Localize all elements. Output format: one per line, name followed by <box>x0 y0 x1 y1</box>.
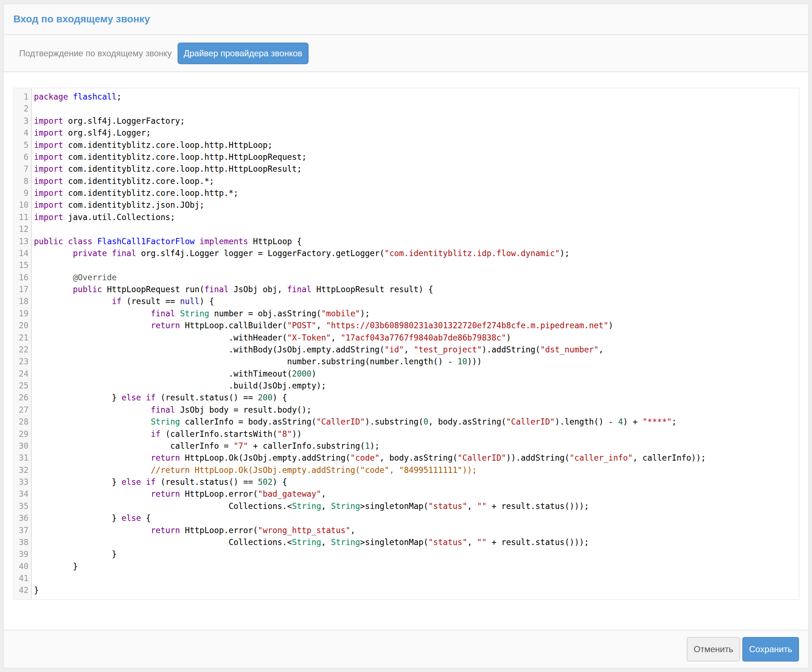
line-number: 18 <box>14 295 29 307</box>
code-editor[interactable]: 1234567891011121314151617181920212223242… <box>13 88 799 600</box>
line-number: 10 <box>14 199 29 211</box>
panel-header: Вход по входящему звонку <box>3 4 809 35</box>
line-number: 42 <box>14 584 29 596</box>
line-number: 3 <box>14 115 29 127</box>
line-number: 41 <box>14 572 29 584</box>
save-button[interactable]: Сохранить <box>742 637 799 662</box>
line-number: 22 <box>14 344 29 356</box>
line-number: 7 <box>14 163 29 175</box>
code-line: if (result == null) { <box>34 295 797 307</box>
code-line: final JsObj body = result.body(); <box>34 404 797 416</box>
line-number: 27 <box>14 404 29 416</box>
line-number: 17 <box>14 284 29 295</box>
line-number: 4 <box>14 127 29 139</box>
code-line: public class FlashCall1FactorFlow implem… <box>34 236 797 247</box>
code-line: if (callerInfo.startsWith("8")) <box>34 428 797 440</box>
panel: Вход по входящему звонку Подтверждение п… <box>3 3 809 669</box>
code-line: import com.identityblitz.core.loop.*; <box>34 175 797 187</box>
code-line: return HttpLoop.callBuilder("POST", "htt… <box>34 320 797 332</box>
line-number: 12 <box>14 223 29 235</box>
line-number: 32 <box>14 464 29 476</box>
code-line: public HttpLoopRequest run(final JsObj o… <box>34 284 797 295</box>
line-number: 30 <box>14 440 29 452</box>
code-line: @Override <box>34 272 797 284</box>
line-number: 5 <box>14 139 29 151</box>
line-number: 19 <box>14 308 29 320</box>
code-line: return HttpLoop.Ok(JsObj.empty.addString… <box>34 452 797 464</box>
line-number: 28 <box>14 416 29 428</box>
line-number: 13 <box>14 236 29 247</box>
code-line: return HttpLoop.error("bad_gateway", <box>34 488 797 500</box>
code-line: } else if (result.status() == 200) { <box>34 392 797 404</box>
code-line: import com.identityblitz.core.loop.http.… <box>34 187 797 199</box>
line-number: 25 <box>14 380 29 392</box>
line-number: 34 <box>14 488 29 500</box>
line-number-gutter: 1234567891011121314151617181920212223242… <box>14 88 32 599</box>
code-line <box>34 223 797 235</box>
code-line: return HttpLoop.error("wrong_http_status… <box>34 524 797 536</box>
cancel-button[interactable]: Отменить <box>687 637 740 662</box>
line-number: 2 <box>14 103 29 115</box>
code-line: .withHeader("X-Token", "17acf043a7767f98… <box>34 332 797 344</box>
code-line: import com.identityblitz.json.JObj; <box>34 199 797 211</box>
code-line: } else if (result.status() == 502) { <box>34 476 797 488</box>
tab-call-provider-driver[interactable]: Драйвер провайдера звонков <box>177 43 309 64</box>
line-number: 8 <box>14 175 29 187</box>
code-line: } <box>34 548 797 560</box>
line-number: 38 <box>14 536 29 548</box>
line-number: 33 <box>14 476 29 488</box>
line-number: 1 <box>14 91 29 103</box>
code-line: import java.util.Collections; <box>34 211 797 223</box>
code-line: package flashcall; <box>34 91 797 103</box>
code-line: import com.identityblitz.core.loop.http.… <box>34 151 797 163</box>
code-line <box>34 572 797 584</box>
line-number: 9 <box>14 187 29 199</box>
line-number: 36 <box>14 512 29 524</box>
line-number: 39 <box>14 548 29 560</box>
code-line: private final org.slf4j.Logger logger = … <box>34 247 797 259</box>
code-line: Collections.<String, String>singletonMap… <box>34 536 797 548</box>
line-number: 6 <box>14 151 29 163</box>
tab-confirmation[interactable]: Подтверждение по входящему звонку <box>10 48 177 58</box>
tabs-row: Подтверждение по входящему звонку Драйве… <box>3 35 809 72</box>
line-number: 37 <box>14 524 29 536</box>
line-number: 24 <box>14 368 29 380</box>
code-line: //return HttpLoop.Ok(JsObj.empty.addStri… <box>34 464 797 476</box>
content: 1234567891011121314151617181920212223242… <box>3 72 809 630</box>
code-line: } <box>34 584 797 596</box>
code-line: .build(JsObj.empty); <box>34 380 797 392</box>
code-line: number.substring(number.length() - 10))) <box>34 356 797 367</box>
code-line: .withBody(JsObj.empty.addString("id", "t… <box>34 344 797 356</box>
line-number: 21 <box>14 332 29 344</box>
line-number: 40 <box>14 561 29 572</box>
code-line <box>34 259 797 271</box>
line-number: 29 <box>14 428 29 440</box>
line-number: 15 <box>14 259 29 271</box>
code-area[interactable]: package flashcall; import org.slf4j.Logg… <box>32 88 798 599</box>
code-line: import com.identityblitz.core.loop.http.… <box>34 163 797 175</box>
line-number: 14 <box>14 247 29 259</box>
code-line: } <box>34 561 797 572</box>
line-number: 35 <box>14 500 29 512</box>
code-line: } else { <box>34 512 797 524</box>
page-title: Вход по входящему звонку <box>14 14 150 25</box>
line-number: 11 <box>14 211 29 223</box>
code-line: import org.slf4j.LoggerFactory; <box>34 115 797 127</box>
code-line <box>34 103 797 115</box>
code-line: final String number = obj.asString("mobi… <box>34 308 797 320</box>
line-number: 26 <box>14 392 29 404</box>
line-number: 31 <box>14 452 29 464</box>
code-line: String callerInfo = body.asString("Calle… <box>34 416 797 428</box>
code-line: import org.slf4j.Logger; <box>34 127 797 139</box>
line-number: 20 <box>14 320 29 332</box>
code-line: callerInfo = "7" + callerInfo.substring(… <box>34 440 797 452</box>
code-line: .withTimeout(2000) <box>34 368 797 380</box>
code-line: Collections.<String, String>singletonMap… <box>34 500 797 512</box>
code-line: import com.identityblitz.core.loop.http.… <box>34 139 797 151</box>
footer: Отменить Сохранить <box>3 630 809 668</box>
line-number: 23 <box>14 356 29 367</box>
line-number: 16 <box>14 272 29 284</box>
